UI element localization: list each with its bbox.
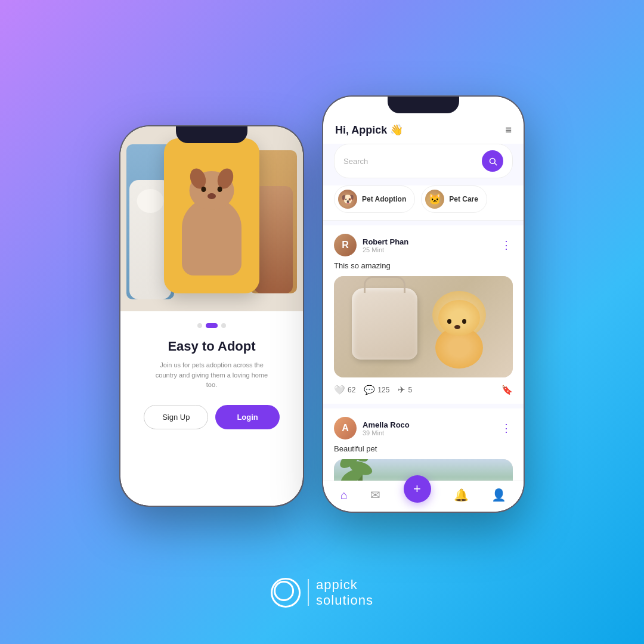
dog-eye-right (217, 187, 222, 192)
brand-footer: appick solutions (271, 577, 373, 608)
share-count-1: 5 (408, 386, 412, 394)
comment-icon: 💬 (364, 385, 375, 395)
post-1-header: R Robert Phan 25 Mint ⋮ (334, 234, 513, 256)
post-2-caption: Beautiful pet (334, 444, 513, 453)
bookmark-button-1[interactable]: 🔖 (501, 385, 513, 395)
post-2-more[interactable]: ⋮ (501, 422, 513, 435)
brand-sub: solutions (316, 593, 373, 608)
user-avatar-1: R (334, 234, 357, 256)
left-screen: Easy to Adopt Join us for pets adoption … (120, 126, 303, 506)
search-button[interactable] (482, 150, 503, 172)
nav-message-icon[interactable]: ✉ (370, 488, 380, 502)
right-phone: Hi, Appick 👋 ≡ Search 🐶 Pet Adoption (322, 95, 525, 513)
category-avatar-2: 🐱 (425, 190, 444, 209)
share-icon: ✈ (398, 385, 405, 395)
notch-left (176, 126, 247, 143)
nav-notification-icon[interactable]: 🔔 (454, 488, 469, 502)
post-1-more[interactable]: ⋮ (501, 239, 513, 252)
hero-area (120, 126, 303, 311)
post-2-header: A Amella Roco 39 Mint ⋮ (334, 417, 513, 439)
post-1-caption: This so amazing (334, 261, 513, 270)
category-pet-care[interactable]: 🐱 Pet Care (421, 185, 487, 213)
user-name-1: Robert Phan (363, 237, 408, 246)
user-time-1: 25 Mint (363, 246, 408, 253)
nav-home-icon[interactable]: ⌂ (340, 488, 348, 502)
handbag-illustration (352, 288, 417, 360)
svg-line-1 (494, 163, 496, 165)
search-bar[interactable]: Search (334, 144, 513, 178)
user-avatar-2: A (334, 417, 357, 439)
fab-add-button[interactable]: + (404, 475, 431, 503)
nav-profile-icon[interactable]: 👤 (491, 488, 506, 502)
category-pet-adoption[interactable]: 🐶 Pet Adoption (334, 185, 415, 213)
hero-card (164, 138, 259, 293)
brand-logo (271, 578, 301, 608)
onboarding-subtitle: Join us for pets adoption across the cou… (152, 360, 271, 390)
plant-illustration (343, 459, 379, 481)
share-button-1[interactable]: ✈ 5 (398, 385, 412, 395)
carousel-dots (197, 323, 226, 328)
brand-name: appick (316, 577, 373, 593)
dot-2-active (206, 323, 218, 328)
right-screen: Hi, Appick 👋 ≡ Search 🐶 Pet Adoption (323, 97, 524, 512)
category-avatar-1: 🐶 (338, 190, 357, 209)
login-button[interactable]: Login (215, 405, 279, 429)
user-name-2: Amella Roco (363, 420, 410, 429)
dot-1 (197, 323, 202, 328)
heart-icon: 🤍 (334, 385, 345, 395)
dot-3 (221, 323, 226, 328)
menu-icon[interactable]: ≡ (505, 124, 512, 137)
like-button-1[interactable]: 🤍 62 (334, 385, 355, 395)
left-content: Easy to Adopt Join us for pets adoption … (132, 311, 292, 506)
notch-right (388, 97, 459, 113)
post-1-image (334, 276, 513, 377)
post-1-actions: 🤍 62 💬 125 ✈ 5 🔖 (334, 385, 513, 395)
brand-divider (308, 579, 309, 606)
left-phone: Easy to Adopt Join us for pets adoption … (119, 125, 304, 507)
post-1-user: R Robert Phan 25 Mint (334, 234, 408, 256)
auth-buttons: Sign Up Login (144, 405, 280, 429)
bottom-nav: ⌂ ✉ + 🔔 👤 (323, 481, 524, 512)
user-time-2: 39 Mint (363, 429, 410, 436)
like-count-1: 62 (348, 386, 355, 394)
category-label-1: Pet Adoption (362, 195, 406, 203)
greeting-text: Hi, Appick 👋 (335, 123, 403, 137)
post-2: A Amella Roco 39 Mint ⋮ Beautiful pet (323, 408, 524, 481)
category-list: 🐶 Pet Adoption 🐱 Pet Care (323, 185, 524, 220)
search-placeholder: Search (343, 157, 368, 166)
dog-head (190, 171, 234, 210)
onboarding-title: Easy to Adopt (168, 339, 255, 354)
feed: R Robert Phan 25 Mint ⋮ This so amazing (323, 221, 524, 481)
category-label-2: Pet Care (449, 195, 478, 203)
brand-text: appick solutions (316, 577, 373, 608)
pomeranian-illustration (429, 303, 489, 369)
comment-count-1: 125 (377, 386, 389, 394)
dog-nose (208, 193, 216, 199)
signup-button[interactable]: Sign Up (144, 405, 208, 429)
comment-button-1[interactable]: 💬 125 (364, 385, 389, 395)
post-2-user: A Amella Roco 39 Mint (334, 417, 410, 439)
post-1: R Robert Phan 25 Mint ⋮ This so amazing (323, 225, 524, 404)
dog-eye-left (202, 187, 206, 192)
